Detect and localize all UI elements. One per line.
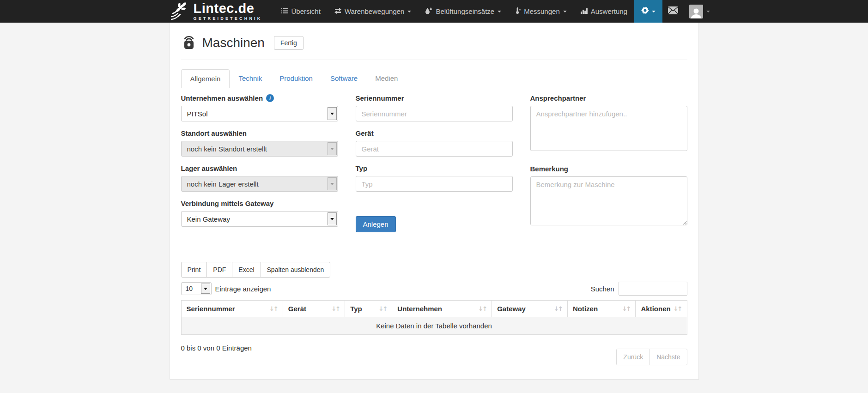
hide-columns-button[interactable]: Spalten ausblenden bbox=[261, 262, 331, 278]
column-header-aktionen[interactable]: Aktionen↓↑ bbox=[636, 301, 687, 317]
next-page-button[interactable]: Nächste bbox=[649, 349, 687, 365]
nav-item-messungen[interactable]: Messungen bbox=[508, 0, 574, 23]
excel-button[interactable]: Excel bbox=[232, 262, 261, 278]
tab-medien: Medien bbox=[366, 69, 407, 88]
pagination: Zurück Nächste bbox=[616, 349, 687, 365]
select-arrow-icon[interactable] bbox=[201, 284, 210, 294]
select-arrow-icon bbox=[328, 142, 337, 155]
machine-table-section: Print PDF Excel Spalten ausblenden 10 Ei… bbox=[181, 262, 687, 365]
pdf-button[interactable]: PDF bbox=[206, 262, 232, 278]
chevron-down-icon bbox=[407, 11, 411, 12]
header-divider bbox=[181, 60, 687, 60]
entries-label: Einträge anzeigen bbox=[215, 285, 271, 293]
ansprechpartner-textarea[interactable] bbox=[530, 106, 687, 151]
status-badge[interactable]: Fertig bbox=[274, 36, 303, 50]
export-button-group: Print PDF Excel Spalten ausblenden bbox=[181, 262, 331, 278]
thermometer-icon bbox=[515, 7, 521, 16]
content-panel: Maschinen Fertig Allgemein Technik Produ… bbox=[170, 23, 699, 380]
gateway-select[interactable]: Kein Gateway bbox=[181, 211, 338, 227]
column-header-unternehmen[interactable]: Unternehmen↓↑ bbox=[392, 301, 492, 317]
typ-label: Typ bbox=[356, 164, 513, 172]
lager-label: Lager auswählen bbox=[181, 164, 338, 172]
tab-software[interactable]: Software bbox=[322, 69, 366, 88]
sort-icon: ↓↑ bbox=[478, 305, 486, 312]
sort-icon: ↓↑ bbox=[331, 305, 340, 312]
chevron-down-icon bbox=[563, 11, 567, 12]
column-header-typ[interactable]: Typ↓↑ bbox=[345, 301, 392, 317]
print-button[interactable]: Print bbox=[181, 262, 207, 278]
chevron-down-icon bbox=[706, 11, 710, 12]
lager-select: noch kein Lager erstellt bbox=[181, 176, 338, 192]
wheat-logo-icon bbox=[170, 0, 190, 23]
tab-allgemein[interactable]: Allgemein bbox=[181, 69, 230, 88]
seriennummer-input[interactable] bbox=[356, 106, 513, 121]
settings-dropdown-button[interactable] bbox=[634, 0, 662, 23]
avatar bbox=[689, 5, 703, 18]
gateway-label: Verbindung mittels Gateway bbox=[181, 200, 338, 207]
column-header-seriennummer[interactable]: Seriennummer↓↑ bbox=[181, 301, 283, 317]
envelope-icon bbox=[668, 6, 678, 16]
typ-input[interactable] bbox=[356, 176, 513, 192]
brand-logo[interactable]: Lintec.de GETREIDETECHNIK bbox=[170, 0, 274, 23]
brand-title: Lintec.de bbox=[194, 2, 262, 15]
chevron-down-icon bbox=[498, 11, 501, 12]
column-header-gateway[interactable]: Gateway↓↑ bbox=[492, 301, 568, 317]
sort-icon: ↓↑ bbox=[379, 305, 387, 312]
messages-button[interactable] bbox=[662, 0, 684, 23]
select-arrow-icon[interactable] bbox=[328, 212, 337, 225]
site-footer: Help About Contact © 2017 Lintec DVL bbox=[0, 380, 868, 393]
machine-sensor-icon bbox=[181, 34, 197, 52]
search-input[interactable] bbox=[619, 282, 687, 296]
gear-icon bbox=[641, 6, 649, 16]
machines-table: Seriennummer↓↑ Gerät↓↑ Typ↓↑ Unternehmen… bbox=[181, 300, 687, 335]
user-menu-button[interactable] bbox=[684, 0, 716, 23]
column-header-notizen[interactable]: Notizen↓↑ bbox=[567, 301, 636, 317]
tab-produktion[interactable]: Produktion bbox=[271, 69, 322, 88]
sort-icon: ↓↑ bbox=[554, 305, 562, 312]
top-navbar: Lintec.de GETREIDETECHNIK Übersicht bbox=[0, 0, 868, 23]
main-navigation: Übersicht Warenbewegungen bbox=[274, 0, 634, 23]
nav-item-warenbewegungen[interactable]: Warenbewegungen bbox=[328, 0, 419, 23]
empty-table-message: Keine Daten in der Tabelle vorhanden bbox=[181, 317, 687, 335]
ansprechpartner-label: Ansprechpartner bbox=[530, 94, 687, 102]
anlegen-button[interactable]: Anlegen bbox=[356, 216, 396, 232]
bemerkung-textarea[interactable] bbox=[530, 176, 687, 225]
page-header: Maschinen Fertig bbox=[181, 34, 687, 52]
nav-item-uebersicht[interactable]: Übersicht bbox=[274, 0, 328, 23]
sort-icon: ↓↑ bbox=[622, 305, 631, 312]
machine-form: Unternehmen auswählen i PITSol Standort … bbox=[181, 94, 687, 235]
select-arrow-icon bbox=[328, 177, 337, 190]
droplet-icon bbox=[425, 7, 432, 16]
standort-label: Standort auswählen bbox=[181, 129, 338, 137]
bar-chart-icon bbox=[581, 7, 588, 15]
previous-page-button[interactable]: Zurück bbox=[616, 349, 650, 365]
sort-icon: ↓↑ bbox=[674, 305, 682, 312]
standort-select: noch kein Standort erstellt bbox=[181, 141, 338, 157]
column-header-geraet[interactable]: Gerät↓↑ bbox=[283, 301, 345, 317]
page-title: Maschinen bbox=[202, 36, 265, 50]
chevron-down-icon bbox=[652, 11, 656, 12]
search-label: Suchen bbox=[591, 285, 614, 293]
seriennummer-label: Seriennummer bbox=[356, 94, 513, 102]
geraet-input[interactable] bbox=[356, 141, 513, 157]
exchange-arrows-icon bbox=[334, 7, 341, 15]
table-empty-row: Keine Daten in der Tabelle vorhanden bbox=[181, 317, 687, 335]
unternehmen-select[interactable]: PITSol bbox=[181, 106, 338, 121]
list-icon bbox=[281, 7, 288, 15]
nav-item-belueftungseinsaetze[interactable]: Belüftungseinsätze bbox=[418, 0, 508, 23]
sort-icon: ↓↑ bbox=[269, 305, 278, 312]
bemerkung-label: Bemerkung bbox=[530, 165, 687, 173]
unternehmen-label: Unternehmen auswählen bbox=[181, 94, 263, 102]
tab-technik[interactable]: Technik bbox=[230, 69, 271, 88]
nav-item-auswertung[interactable]: Auswertung bbox=[574, 0, 634, 23]
select-arrow-icon[interactable] bbox=[328, 107, 337, 120]
table-info-text: 0 bis 0 von 0 Einträgen bbox=[181, 338, 252, 352]
info-icon[interactable]: i bbox=[266, 94, 274, 102]
geraet-label: Gerät bbox=[356, 129, 513, 137]
brand-subtitle: GETREIDETECHNIK bbox=[194, 17, 262, 21]
tab-bar: Allgemein Technik Produktion Software Me… bbox=[181, 69, 687, 88]
page-size-select[interactable]: 10 bbox=[181, 282, 212, 295]
